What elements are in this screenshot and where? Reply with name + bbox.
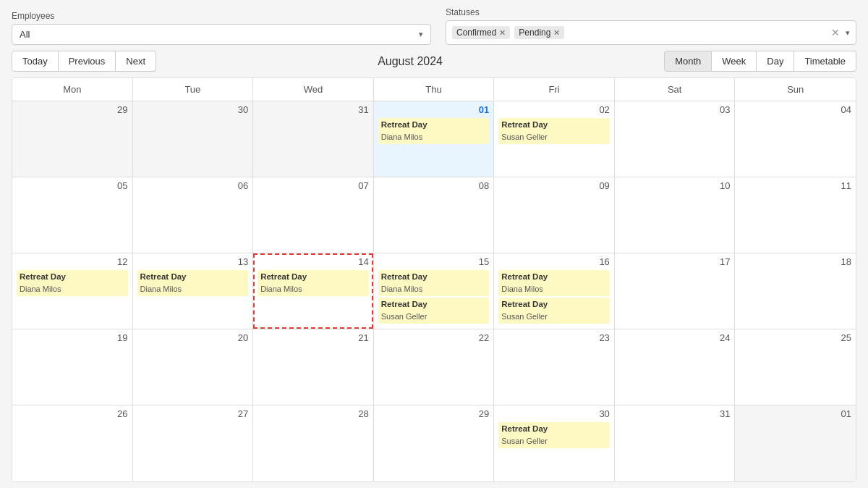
employees-select[interactable]: All ▾ <box>12 24 431 45</box>
cal-date-12: 12 <box>17 256 128 267</box>
cal-cell-out-31[interactable]: 31 <box>253 101 374 177</box>
top-bar: Employees All ▾ Statuses Confirmed ✕ Pen… <box>0 0 868 45</box>
event-title: Retreat Day <box>501 119 607 131</box>
employees-value: All <box>20 29 30 40</box>
cal-cell-31[interactable]: 31 <box>615 405 736 481</box>
event-person: Diana Milos <box>260 283 366 295</box>
event-item[interactable]: Retreat DayDiana Milos <box>137 270 249 296</box>
cal-cell-01[interactable]: 01Retreat DayDiana Milos <box>374 101 495 177</box>
cal-cell-15[interactable]: 15Retreat DayDiana MilosRetreat DaySusan… <box>374 253 495 329</box>
statuses-filter: Statuses Confirmed ✕ Pending ✕ ✕ ▾ <box>446 7 856 45</box>
event-item[interactable]: Retreat DayDiana Milos <box>498 270 610 296</box>
cal-cell-13[interactable]: 13Retreat DayDiana Milos <box>133 253 254 329</box>
event-title: Retreat Day <box>501 423 607 435</box>
event-item[interactable]: Retreat DaySusan Geller <box>498 298 610 324</box>
cal-cell-30[interactable]: 30Retreat DaySusan Geller <box>494 405 615 481</box>
cal-date-14: 14 <box>258 256 369 267</box>
event-item[interactable]: Retreat DaySusan Geller <box>378 298 490 324</box>
cal-date-31: 31 <box>258 104 369 115</box>
event-person: Susan Geller <box>381 311 487 323</box>
cal-cell-21[interactable]: 21 <box>253 329 374 405</box>
status-tag-confirmed-close[interactable]: ✕ <box>499 29 506 37</box>
calendar: MonTueWedThuFriSatSun 29303101Retreat Da… <box>12 77 856 482</box>
cal-date-30: 30 <box>498 408 610 419</box>
cal-cell-05[interactable]: 05 <box>12 177 133 253</box>
cal-date-30: 30 <box>137 104 249 115</box>
today-button[interactable]: Today <box>12 51 59 72</box>
status-tag-confirmed: Confirmed ✕ <box>452 26 510 39</box>
cal-date-20: 20 <box>137 332 249 343</box>
cal-cell-17[interactable]: 17 <box>615 253 736 329</box>
event-person: Diana Milos <box>381 283 487 295</box>
next-button[interactable]: Next <box>116 51 156 72</box>
cal-header-wed: Wed <box>253 78 374 101</box>
event-item[interactable]: Retreat DayDiana Milos <box>378 118 490 144</box>
cal-date-13: 13 <box>137 256 249 267</box>
cal-header-tue: Tue <box>133 78 254 101</box>
cal-cell-18[interactable]: 18 <box>735 253 856 329</box>
cal-cell-20[interactable]: 20 <box>133 329 254 405</box>
cal-cell-08[interactable]: 08 <box>374 177 495 253</box>
event-item[interactable]: Retreat DaySusan Geller <box>498 118 610 144</box>
cal-cell-27[interactable]: 27 <box>133 405 254 481</box>
view-day-button[interactable]: Day <box>757 51 794 72</box>
view-timetable-button[interactable]: Timetable <box>794 51 856 72</box>
cal-date-18: 18 <box>739 256 851 267</box>
cal-date-25: 25 <box>739 332 851 343</box>
event-item[interactable]: Retreat DayDiana Milos <box>258 270 369 296</box>
cal-cell-06[interactable]: 06 <box>133 177 254 253</box>
event-title: Retreat Day <box>381 271 487 283</box>
statuses-clear-icon[interactable]: ✕ <box>828 25 843 40</box>
cal-date-26: 26 <box>17 408 128 419</box>
event-title: Retreat Day <box>381 298 487 311</box>
view-month-button[interactable]: Month <box>664 51 712 72</box>
cal-cell-22[interactable]: 22 <box>374 329 495 405</box>
event-person: Diana Milos <box>140 283 246 295</box>
view-week-button[interactable]: Week <box>712 51 757 72</box>
event-item[interactable]: Retreat DaySusan Geller <box>498 422 610 448</box>
cal-cell-29[interactable]: 29 <box>374 405 495 481</box>
status-tag-pending: Pending ✕ <box>514 26 564 39</box>
cal-cell-out-29[interactable]: 29 <box>12 101 133 177</box>
calendar-title: August 2024 <box>156 55 664 68</box>
cal-cell-25[interactable]: 25 <box>735 329 856 405</box>
cal-cell-12[interactable]: 12Retreat DayDiana Milos <box>12 253 133 329</box>
cal-cell-19[interactable]: 19 <box>12 329 133 405</box>
event-item[interactable]: Retreat DayDiana Milos <box>17 270 128 296</box>
statuses-box: Confirmed ✕ Pending ✕ ✕ ▾ <box>446 20 856 45</box>
event-title: Retreat Day <box>501 271 607 283</box>
statuses-actions: ✕ ▾ <box>828 25 850 40</box>
cal-date-28: 28 <box>258 408 369 419</box>
previous-button[interactable]: Previous <box>59 51 116 72</box>
cal-cell-10[interactable]: 10 <box>615 177 736 253</box>
cal-cell-11[interactable]: 11 <box>735 177 856 253</box>
cal-date-31: 31 <box>619 408 731 419</box>
cal-cell-09[interactable]: 09 <box>494 177 615 253</box>
cal-cell-03[interactable]: 03 <box>615 101 736 177</box>
cal-date-21: 21 <box>258 332 369 343</box>
statuses-arrow-icon[interactable]: ▾ <box>846 28 850 38</box>
cal-cell-16[interactable]: 16Retreat DayDiana MilosRetreat DaySusan… <box>494 253 615 329</box>
event-person: Susan Geller <box>501 131 607 143</box>
cal-date-01: 01 <box>378 104 490 115</box>
status-tag-pending-label: Pending <box>519 28 550 38</box>
event-item[interactable]: Retreat DayDiana Milos <box>378 270 490 296</box>
employees-filter: Employees All ▾ <box>12 11 431 45</box>
cal-cell-07[interactable]: 07 <box>253 177 374 253</box>
cal-cell-23[interactable]: 23 <box>494 329 615 405</box>
event-person: Diana Milos <box>501 283 607 295</box>
cal-date-22: 22 <box>378 332 490 343</box>
calendar-header: MonTueWedThuFriSatSun <box>12 78 856 101</box>
cal-date-23: 23 <box>498 332 610 343</box>
cal-cell-28[interactable]: 28 <box>253 405 374 481</box>
cal-cell-out-01[interactable]: 01 <box>735 405 856 481</box>
status-tag-pending-close[interactable]: ✕ <box>553 29 560 37</box>
cal-cell-14[interactable]: 14Retreat DayDiana Milos <box>253 253 374 329</box>
cal-cell-24[interactable]: 24 <box>615 329 736 405</box>
cal-date-24: 24 <box>619 332 731 343</box>
cal-date-07: 07 <box>258 180 369 191</box>
cal-cell-02[interactable]: 02Retreat DaySusan Geller <box>494 101 615 177</box>
cal-cell-26[interactable]: 26 <box>12 405 133 481</box>
cal-cell-04[interactable]: 04 <box>735 101 856 177</box>
cal-cell-out-30[interactable]: 30 <box>133 101 254 177</box>
